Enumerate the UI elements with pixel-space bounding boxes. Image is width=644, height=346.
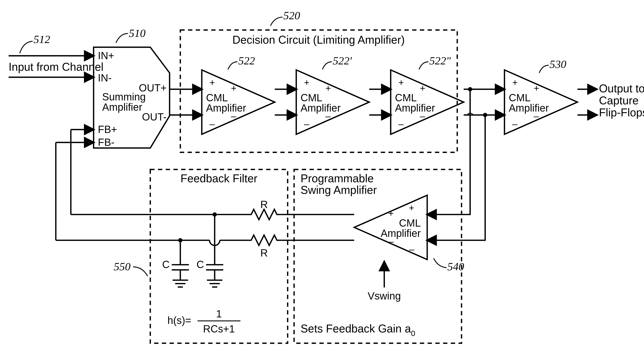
- hfunc-num: 1: [216, 308, 222, 320]
- leader-522: [228, 62, 238, 69]
- resistor-top: [247, 209, 281, 220]
- cap-minus-label: C: [162, 259, 170, 270]
- pin-in-plus: IN+: [98, 50, 114, 61]
- hfunc-lhs: h(s)=: [167, 315, 191, 326]
- cap-minus: [172, 255, 189, 287]
- cml-amp-1-label1: CML: [206, 92, 228, 103]
- swing-title1: Programmable: [300, 172, 374, 185]
- summing-amplifier: IN+ IN- OUT+ OUT- FB+ FB- Summing Amplif…: [94, 47, 170, 148]
- cml-swing-label2: Amplifier: [381, 228, 421, 239]
- cml-amp-1-label2: Amplifier: [206, 102, 246, 114]
- ref-512: 512: [34, 33, 50, 45]
- pin-in-minus: IN-: [98, 72, 112, 84]
- cml-amp-2-label2: Amplifier: [300, 102, 340, 114]
- leader-550: [133, 267, 148, 276]
- cml-amp-3-label2: Amplifier: [395, 102, 435, 114]
- swing-note: Sets Feedback Gain a0: [300, 323, 415, 338]
- ref-510: 510: [129, 27, 146, 39]
- output-label2: Capture: [599, 94, 639, 107]
- cap-plus-label: C: [196, 259, 204, 270]
- swing-title2: Swing Amplifier: [300, 184, 377, 196]
- ref-522pp: 522": [429, 54, 451, 67]
- cml-amp-3-label1: CML: [395, 92, 417, 103]
- cml-amp-2-label1: CML: [300, 92, 322, 103]
- diagram-root: + + – – + + – – Decision Circuit (Limiti…: [0, 0, 644, 346]
- cml-amp-out-label1: CML: [509, 92, 530, 103]
- pin-fb-plus: FB+: [98, 124, 117, 135]
- leader-512: [20, 41, 32, 53]
- ref-520: 520: [283, 9, 300, 22]
- decision-circuit-box: [180, 30, 457, 152]
- output-label1: Output to: [599, 82, 644, 95]
- leader-530: [539, 65, 548, 73]
- hfunc-den: RCs+1: [203, 323, 235, 335]
- resistor-bot: [247, 235, 281, 245]
- vswing-label: Vswing: [368, 290, 401, 302]
- resistor-top-label: R: [260, 199, 268, 210]
- summing-amp-label1: Summing: [102, 91, 146, 103]
- leader-510: [116, 33, 128, 43]
- ref-550: 550: [114, 260, 131, 273]
- leader-540: [434, 258, 446, 268]
- leader-522pp: [419, 62, 428, 69]
- pin-fb-minus: FB-: [98, 136, 114, 148]
- cml-swing-label1: CML: [399, 217, 421, 229]
- decision-circuit-title: Decision Circuit (Limiting Amplifier): [232, 34, 405, 46]
- output-label3: Flip-Flops: [599, 106, 644, 119]
- ref-522: 522: [238, 54, 255, 67]
- ref-530: 530: [550, 58, 566, 70]
- leader-520: [270, 17, 282, 26]
- cap-plus: [206, 255, 223, 287]
- summing-amp-label2: Amplifier: [102, 101, 142, 113]
- cml-amp-out-label2: Amplifier: [509, 102, 549, 114]
- pin-out-minus: OUT-: [142, 111, 167, 123]
- leader-522p: [322, 62, 332, 69]
- filter-title: Feedback Filter: [180, 172, 257, 185]
- ref-522p: 522': [333, 54, 352, 67]
- transfer-function: h(s)= 1 RCs+1: [167, 308, 240, 335]
- input-label: Input from Channel: [8, 61, 103, 73]
- ref-540: 540: [448, 260, 464, 273]
- resistor-bot-label: R: [260, 247, 268, 259]
- wire-fb-tap-minus: [427, 115, 485, 240]
